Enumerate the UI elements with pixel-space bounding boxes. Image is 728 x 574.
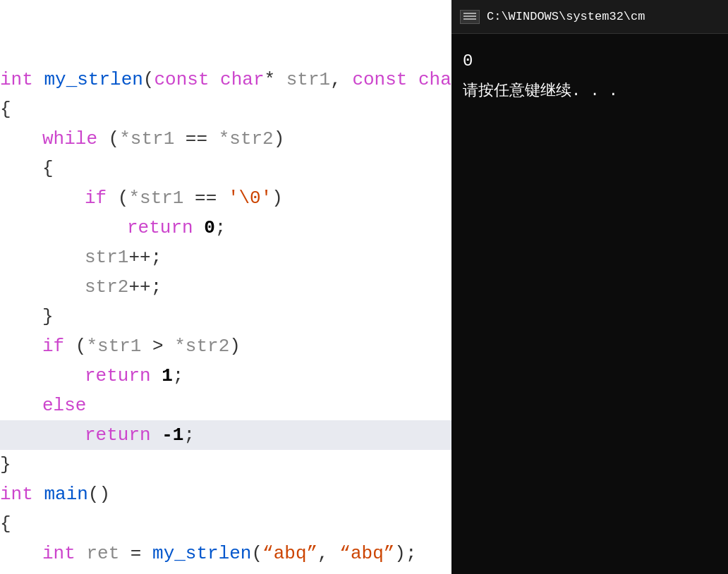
token: *str2 <box>219 128 274 149</box>
token: { <box>0 99 11 120</box>
token: -1 <box>162 425 183 446</box>
token: ( <box>97 128 119 149</box>
token: char <box>220 69 264 90</box>
token: ( <box>143 69 154 90</box>
code-line: str2++; <box>0 272 451 302</box>
code-line: int my_strlen(const char* str1, const ch… <box>0 65 451 94</box>
token: if <box>85 188 107 209</box>
token: ) <box>274 128 285 149</box>
token: ; <box>215 217 226 238</box>
token: *str1 <box>128 188 183 209</box>
token: ret <box>86 543 119 564</box>
token: { <box>0 513 11 535</box>
token: 1 <box>162 365 173 386</box>
token: char <box>418 69 451 90</box>
token: my_strlen <box>152 543 251 564</box>
token: else <box>42 395 86 416</box>
token <box>151 425 162 446</box>
token: int <box>42 543 75 564</box>
token: 0 <box>204 217 215 238</box>
token: ) <box>229 336 241 357</box>
token: “abq” <box>339 543 394 564</box>
token: int <box>0 69 33 90</box>
token: , <box>330 69 352 90</box>
token <box>33 69 44 90</box>
token <box>209 69 220 90</box>
code-line: printf(“%d\n”, ret); <box>0 568 451 574</box>
token: , <box>317 543 339 564</box>
token <box>151 365 162 386</box>
token <box>75 543 87 564</box>
token: return <box>85 365 151 386</box>
token: = <box>119 543 152 564</box>
token: ( <box>107 188 128 209</box>
token: if <box>42 336 64 357</box>
code-content: int my_strlen(const char* str1, const ch… <box>0 0 451 574</box>
terminal-icon-line-3 <box>463 18 476 20</box>
code-line: { <box>0 154 451 183</box>
token: int <box>0 484 33 505</box>
token: ; <box>183 425 195 446</box>
code-line: { <box>0 509 451 539</box>
token: main <box>44 484 87 505</box>
terminal-body: 0 请按任意键继续. . . <box>451 34 728 574</box>
token: *str1 <box>86 336 141 357</box>
token: ( <box>251 543 262 564</box>
terminal-icon-lines <box>463 13 476 21</box>
token: ) <box>272 188 283 209</box>
token: return <box>127 217 193 238</box>
terminal-output-message: 请按任意键继续. . . <box>463 79 717 104</box>
terminal-output-number: 0 <box>463 48 717 75</box>
token: ); <box>394 543 416 564</box>
token: return <box>85 425 151 446</box>
code-line: { <box>0 94 451 124</box>
token <box>407 69 418 90</box>
code-line: return -1; <box>0 420 451 450</box>
token: == <box>174 128 218 149</box>
token: { <box>42 158 54 179</box>
code-line: return 0; <box>0 213 451 243</box>
code-line: return 1; <box>0 361 451 391</box>
token: ; <box>173 365 184 386</box>
token: const <box>352 69 407 90</box>
code-line: int ret = my_strlen(“abq”, “abq”); <box>0 539 451 568</box>
token: ++; <box>128 247 162 268</box>
token: *str1 <box>119 128 174 149</box>
token: “abq” <box>262 543 317 564</box>
code-line: if (*str1 > *str2) <box>0 331 451 361</box>
token: () <box>88 484 110 505</box>
token <box>33 484 44 505</box>
code-editor: int my_strlen(const char* str1, const ch… <box>0 0 451 574</box>
token: str1 <box>286 69 330 90</box>
token: *str2 <box>174 336 229 357</box>
terminal-icon-line-1 <box>463 13 476 14</box>
code-line: if (*str1 == '\0') <box>0 183 451 213</box>
terminal-titlebar: C:\WINDOWS\system32\cm <box>451 0 728 34</box>
token: str1 <box>85 247 128 268</box>
code-line: while (*str1 == *str2) <box>0 124 451 154</box>
token: == <box>183 188 227 209</box>
token: const <box>154 69 209 90</box>
terminal-icon-line-2 <box>463 16 476 17</box>
token: str2 <box>85 276 128 298</box>
terminal-title: C:\WINDOWS\system32\cm <box>487 10 645 23</box>
token: } <box>0 454 11 475</box>
token: ++; <box>128 276 162 298</box>
token: my_strlen <box>44 69 142 90</box>
token: * <box>265 69 286 90</box>
code-line: } <box>0 450 451 480</box>
code-line: else <box>0 391 451 420</box>
token: > <box>141 336 174 357</box>
token: ( <box>64 336 86 357</box>
token: '\0' <box>228 188 272 209</box>
token: while <box>42 128 97 149</box>
token <box>193 217 205 238</box>
token: } <box>42 306 54 327</box>
code-line: int main() <box>0 480 451 509</box>
terminal-icon <box>460 10 480 24</box>
terminal-window: C:\WINDOWS\system32\cm 0 请按任意键继续. . . <box>451 0 728 574</box>
code-line: str1++; <box>0 243 451 272</box>
code-line: } <box>0 302 451 331</box>
